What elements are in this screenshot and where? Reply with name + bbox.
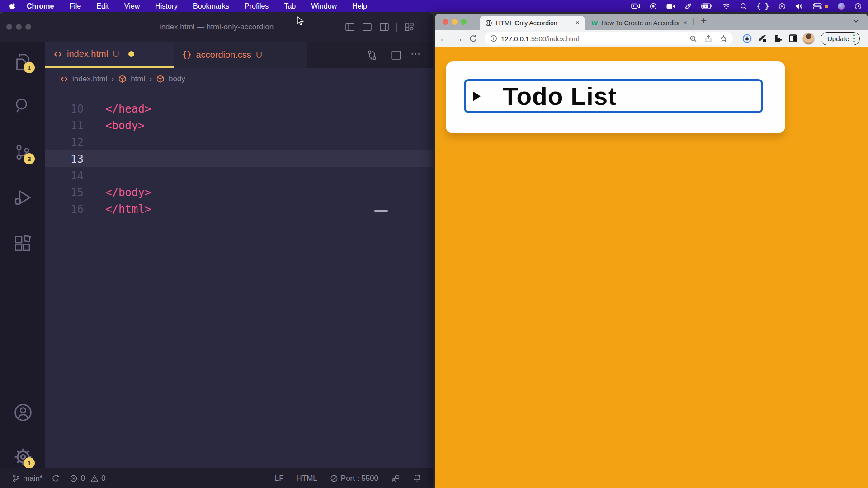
rocket-icon[interactable] [684, 3, 692, 10]
tab-close-icon[interactable]: × [683, 19, 687, 27]
details-marker-icon [473, 91, 481, 101]
toggle-panel-icon[interactable] [362, 22, 372, 32]
back-icon[interactable]: ← [437, 33, 451, 44]
run-debug-icon[interactable] [14, 188, 32, 206]
minimize-traffic-light[interactable] [452, 19, 458, 25]
forward-icon[interactable]: → [451, 33, 466, 44]
breadcrumb-file[interactable]: index.html [72, 75, 107, 84]
explorer-icon[interactable]: 1 [14, 53, 32, 71]
open-changes-icon[interactable] [367, 50, 377, 61]
menu-item-view[interactable]: View [117, 2, 147, 10]
browser-menu-kebab-icon[interactable] [853, 34, 855, 42]
tab-title: HTML Only Accordion [496, 19, 572, 27]
extension-privacy-icon[interactable] [739, 34, 755, 43]
notifications-bell-icon[interactable] [413, 474, 421, 483]
reload-icon[interactable] [466, 34, 480, 43]
code-line[interactable]: 12 [45, 134, 433, 150]
code-line[interactable]: 10</head> [45, 100, 433, 117]
extensions-icon[interactable] [14, 235, 32, 253]
close-traffic-light[interactable] [443, 19, 448, 25]
titlebar-separator [396, 23, 397, 32]
dirty-dot-icon[interactable] [128, 51, 134, 57]
code-line[interactable]: 11<body> [45, 117, 433, 134]
zoom-icon[interactable] [689, 35, 697, 42]
code-editor[interactable]: 10</head> 11<body> 12 13 14 15</body> 16… [45, 90, 433, 468]
customize-layout-icon[interactable] [404, 22, 414, 32]
battery-icon[interactable] [701, 3, 712, 9]
sync-status-item[interactable] [52, 474, 60, 483]
editor-sash-handle[interactable] [374, 210, 388, 212]
vscode-activity-bar: 1 3 1 [0, 42, 45, 480]
settings-gear-icon[interactable]: 1 [14, 447, 33, 466]
menu-item-bookmarks[interactable]: Bookmarks [185, 2, 237, 10]
extension-darkmode-icon[interactable] [785, 34, 801, 43]
camcorder-icon[interactable] [631, 3, 640, 9]
accordion-summary[interactable]: Todo List [464, 79, 763, 113]
code-line[interactable]: 16</html> [45, 201, 433, 217]
accounts-icon[interactable] [14, 403, 33, 422]
vscode-title-bar[interactable]: index.html — html-only-accordion [0, 12, 433, 42]
live-share-icon[interactable] [391, 474, 400, 483]
tab-index-html[interactable]: index.html U [45, 42, 174, 68]
split-editor-icon[interactable] [391, 50, 401, 61]
volume-icon[interactable] [795, 3, 803, 9]
branch-status-item[interactable]: main* [12, 474, 42, 483]
menu-item-help[interactable]: Help [344, 2, 375, 10]
menu-item-file[interactable]: File [61, 2, 89, 10]
share-icon[interactable] [705, 35, 712, 42]
search-icon[interactable] [14, 97, 32, 115]
control-center-icon[interactable] [813, 3, 828, 9]
line-number: 12 [45, 136, 84, 149]
code-line[interactable]: 15</body> [45, 184, 433, 201]
more-actions-icon[interactable]: ⋯ [410, 48, 421, 60]
errors-status-item[interactable]: 0 [70, 474, 85, 483]
eol-status-item[interactable]: LF [275, 474, 284, 483]
bookmark-star-icon[interactable] [720, 35, 727, 42]
code-line[interactable]: 14 [45, 167, 433, 184]
update-chrome-button[interactable]: Update [821, 32, 860, 45]
breadcrumb-node[interactable]: body [169, 75, 185, 84]
tab-accordion-css[interactable]: {} accordion.css U [174, 42, 307, 68]
siri-icon[interactable] [838, 3, 845, 10]
language-status-item[interactable]: HTML [297, 474, 317, 483]
menu-item-chrome[interactable]: Chrome [19, 2, 61, 10]
play-circle-icon[interactable] [778, 3, 786, 10]
source-control-icon[interactable]: 3 [14, 143, 32, 161]
url-path: :5500/index.html [529, 35, 579, 42]
extension-colorpicker-icon[interactable] [755, 34, 770, 43]
code-braces-icon[interactable]: { } [757, 2, 769, 10]
tab-html-only-accordion[interactable]: HTML Only Accordion × [480, 16, 585, 30]
site-info-icon[interactable] [490, 35, 497, 42]
tab-label: index.html [67, 49, 108, 59]
menu-item-tab[interactable]: Tab [276, 2, 303, 10]
menu-item-history[interactable]: History [147, 2, 185, 10]
clock-icon[interactable] [854, 3, 862, 10]
branch-name: main* [23, 474, 42, 483]
menu-item-profiles[interactable]: Profiles [237, 2, 276, 10]
warnings-status-item[interactable]: 0 [90, 474, 105, 483]
wifi-icon[interactable] [722, 3, 731, 9]
profile-avatar[interactable] [801, 33, 816, 45]
new-tab-button[interactable]: + [701, 15, 707, 27]
tab-label: accordion.css [196, 50, 251, 60]
extensions-puzzle-icon[interactable] [770, 34, 785, 43]
breadcrumb-node[interactable]: html [131, 75, 145, 84]
live-server-port-item[interactable]: Port : 5500 [330, 474, 378, 483]
tab-how-to-create-accordion[interactable]: W How To Create an Accordion × [587, 16, 692, 30]
tab-close-icon[interactable]: × [576, 19, 580, 27]
code-line-current[interactable]: 13 [45, 150, 433, 167]
omnibox-url-bar[interactable]: 127.0.0.1:5500/index.html [485, 32, 733, 45]
menu-item-window[interactable]: Window [303, 2, 344, 10]
record-icon[interactable] [650, 3, 657, 10]
zoom-traffic-light[interactable] [461, 19, 467, 25]
tab-search-chevron-icon[interactable] [854, 19, 859, 23]
menu-item-edit[interactable]: Edit [89, 2, 117, 10]
toggle-secondary-sidebar-icon[interactable] [379, 22, 389, 32]
apple-logo-icon[interactable] [0, 2, 19, 10]
breadcrumb[interactable]: index.html › html › body [45, 68, 433, 90]
spotlight-search-icon[interactable] [740, 3, 747, 10]
toggle-primary-sidebar-icon[interactable] [345, 22, 355, 32]
css-file-icon: {} [182, 50, 191, 59]
facetime-camera-icon[interactable] [666, 3, 675, 9]
line-number: 15 [45, 186, 84, 199]
